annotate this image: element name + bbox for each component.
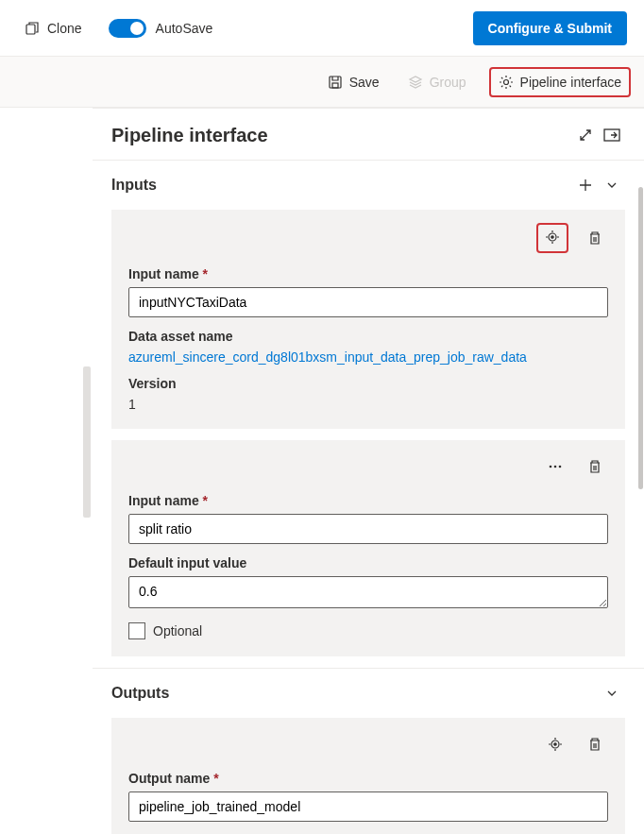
- expand-icon: [578, 128, 593, 143]
- svg-point-3: [503, 79, 508, 84]
- locate-button[interactable]: [544, 229, 561, 246]
- panel-header: Pipeline interface: [93, 109, 644, 160]
- configure-submit-button[interactable]: Configure & Submit: [473, 11, 627, 45]
- locate-icon: [545, 230, 560, 245]
- output-name-field: Output name: [128, 771, 608, 822]
- add-input-button[interactable]: [572, 172, 599, 198]
- locate-icon: [548, 737, 563, 752]
- plus-icon: [579, 179, 592, 192]
- trash-icon: [587, 737, 602, 752]
- data-asset-field: Data asset name azureml_sincere_cord_dg8…: [128, 329, 608, 365]
- default-value-input[interactable]: [128, 576, 608, 608]
- version-field: Version 1: [128, 376, 608, 412]
- inputs-section: Inputs: [93, 160, 644, 656]
- delete-button[interactable]: [582, 225, 608, 251]
- svg-point-6: [551, 236, 553, 238]
- more-button[interactable]: [542, 453, 568, 480]
- group-action: Group: [402, 71, 472, 94]
- outputs-header: Outputs: [93, 669, 644, 718]
- autosave-toggle[interactable]: [109, 19, 146, 38]
- output-name-input[interactable]: [128, 791, 608, 822]
- output-card: Output name Type: [111, 718, 625, 834]
- group-icon: [408, 75, 423, 90]
- collapse-outputs-button[interactable]: [599, 680, 625, 706]
- svg-point-11: [554, 743, 556, 745]
- svg-rect-2: [332, 83, 338, 88]
- optional-label: Optional: [153, 623, 202, 638]
- panel-title: Pipeline interface: [111, 125, 572, 146]
- input-name-label: Input name: [128, 493, 608, 508]
- svg-point-7: [550, 466, 552, 468]
- save-icon: [328, 75, 343, 90]
- inputs-title: Inputs: [111, 177, 572, 194]
- left-gutter: [83, 366, 91, 518]
- optional-row: Optional: [128, 622, 608, 639]
- autosave-label: AutoSave: [156, 21, 213, 36]
- action-bar: Save Group Pipeline interface: [0, 57, 644, 108]
- pipeline-interface-panel: Pipeline interface Inputs: [93, 108, 644, 834]
- version-label: Version: [128, 376, 608, 391]
- input-name-input[interactable]: [128, 287, 608, 317]
- chevron-down-icon: [605, 179, 619, 192]
- clone-button[interactable]: Clone: [17, 15, 90, 42]
- input-card: Input name Default input value Optional: [111, 440, 625, 656]
- dock-icon: [603, 128, 620, 142]
- input-name-field: Input name: [128, 493, 608, 544]
- card-actions: [128, 731, 608, 757]
- data-asset-label: Data asset name: [128, 329, 608, 344]
- output-name-label: Output name: [128, 771, 608, 786]
- autosave-toggle-wrap: AutoSave: [109, 19, 213, 38]
- trash-icon: [587, 230, 602, 246]
- clone-label: Clone: [47, 21, 82, 36]
- gear-icon: [499, 75, 514, 90]
- input-name-input[interactable]: [128, 514, 608, 544]
- chevron-down-icon: [605, 687, 619, 700]
- card-actions: [128, 453, 608, 480]
- collapse-inputs-button[interactable]: [599, 172, 625, 198]
- version-value: 1: [128, 397, 608, 412]
- svg-point-8: [554, 466, 557, 468]
- input-card: Input name Data asset name azureml_since…: [111, 210, 625, 429]
- top-toolbar: Clone AutoSave Configure & Submit: [0, 0, 644, 57]
- input-name-label: Input name: [128, 266, 608, 281]
- save-action[interactable]: Save: [322, 71, 385, 94]
- default-value-label: Default input value: [128, 555, 608, 570]
- outputs-section: Outputs: [93, 668, 644, 834]
- optional-checkbox[interactable]: [128, 622, 145, 639]
- svg-point-9: [559, 466, 562, 468]
- input-name-field: Input name: [128, 266, 608, 317]
- pipeline-interface-action[interactable]: Pipeline interface: [489, 67, 631, 97]
- delete-button[interactable]: [582, 453, 608, 480]
- card-actions: [128, 223, 608, 253]
- toggle-knob: [130, 22, 144, 35]
- locate-button[interactable]: [542, 731, 568, 757]
- clone-icon: [25, 21, 40, 36]
- data-asset-link[interactable]: azureml_sincere_cord_dg8l01bxsm_input_da…: [128, 349, 608, 365]
- more-icon: [548, 459, 563, 474]
- trash-icon: [587, 459, 602, 474]
- delete-button[interactable]: [582, 731, 608, 757]
- svg-rect-1: [330, 77, 341, 88]
- save-label: Save: [349, 75, 380, 90]
- dock-button[interactable]: [599, 122, 625, 148]
- inputs-header: Inputs: [93, 161, 644, 210]
- pipeline-interface-label: Pipeline interface: [520, 75, 621, 90]
- svg-rect-0: [26, 25, 35, 34]
- locate-highlight: [536, 223, 568, 253]
- scrollbar-thumb[interactable]: [638, 187, 643, 489]
- group-label: Group: [430, 75, 466, 90]
- default-value-field: Default input value: [128, 555, 608, 611]
- expand-button[interactable]: [572, 122, 599, 148]
- outputs-title: Outputs: [111, 685, 599, 702]
